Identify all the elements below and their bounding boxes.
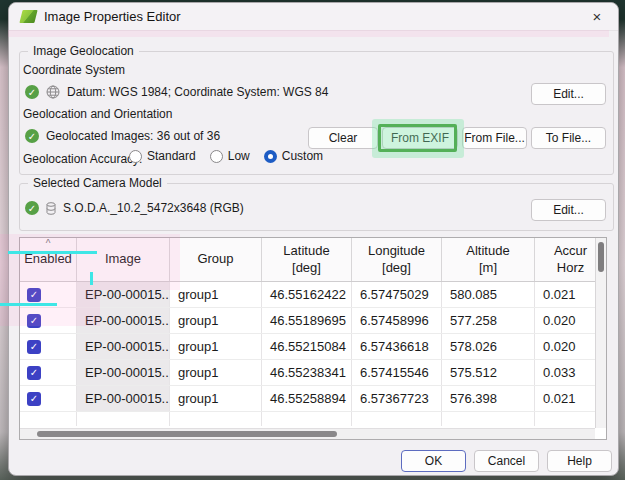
column-header-enabled[interactable]: ^ Enabled — [20, 238, 77, 281]
ok-button[interactable]: OK — [401, 450, 466, 472]
coordinate-system-status-row: Datum: WGS 1984; Coordinate System: WGS … — [25, 85, 328, 99]
cell-altitude[interactable]: 577.258 — [442, 308, 535, 333]
sort-indicator-icon: ^ — [46, 239, 51, 249]
radio-low-circle-icon[interactable] — [210, 150, 223, 163]
enabled-checkbox-checked-icon[interactable] — [27, 392, 41, 406]
status-ok-icon — [25, 129, 39, 143]
window-title: Image Properties Editor — [44, 9, 181, 24]
vertical-scrollbar[interactable] — [595, 238, 606, 428]
enabled-checkbox-checked-icon[interactable] — [27, 366, 41, 380]
cell-group[interactable]: group1 — [170, 386, 262, 411]
cell-group[interactable]: group1 — [170, 334, 262, 359]
cell-longitude[interactable]: 6.57436618 — [352, 334, 442, 359]
cell-altitude[interactable]: 576.398 — [442, 386, 535, 411]
image-properties-editor-dialog: Image Properties Editor × Image Geolocat… — [8, 2, 619, 476]
cell-image[interactable]: EP-00-00015... — [77, 308, 170, 333]
close-icon[interactable]: × — [584, 6, 610, 28]
cell-latitude[interactable]: 46.55189695 — [262, 308, 352, 333]
cell-image[interactable]: EP-00-00015... — [77, 334, 170, 359]
cell-longitude[interactable]: 6.57415546 — [352, 360, 442, 385]
horizontal-scrollbar[interactable] — [20, 428, 595, 439]
cell-longitude[interactable]: 6.57475029 — [352, 282, 442, 307]
cell-image[interactable]: EP-00-00015... — [77, 386, 170, 411]
radio-standard-circle-icon[interactable] — [129, 150, 142, 163]
table-row[interactable]: EP-00-00015... group1 46.55238341 6.5741… — [20, 360, 606, 386]
cell-altitude[interactable]: 580.085 — [442, 282, 535, 307]
status-ok-icon — [25, 85, 39, 99]
coordinate-system-edit-button[interactable]: Edit... — [531, 83, 606, 105]
cell-image[interactable]: EP-00-00015... — [77, 282, 170, 307]
from-exif-button[interactable]: From EXIF — [382, 127, 458, 149]
cell-group[interactable]: group1 — [170, 282, 262, 307]
image-geolocation-group-title: Image Geolocation — [28, 44, 139, 58]
radio-custom-label: Custom — [282, 149, 323, 163]
enabled-checkbox-checked-icon[interactable] — [27, 314, 41, 328]
table-header: ^ Enabled Image Group Latitude [deg] Lon… — [20, 238, 606, 282]
cell-latitude[interactable]: 46.55215084 — [262, 334, 352, 359]
radio-low[interactable]: Low — [210, 149, 250, 163]
cell-latitude[interactable]: 46.55162422 — [262, 282, 352, 307]
table-row[interactable]: EP-00-00015... group1 46.55162422 6.5747… — [20, 282, 606, 308]
clear-button[interactable]: Clear — [308, 127, 378, 149]
app-logo-icon — [19, 10, 37, 23]
cell-image[interactable]: EP-00-00015... — [77, 360, 170, 385]
camera-database-icon — [46, 202, 56, 215]
table-row[interactable]: EP-00-00015... group1 46.55189695 6.5745… — [20, 308, 606, 334]
title-bar: Image Properties Editor × — [9, 3, 618, 31]
column-header-image[interactable]: Image — [77, 238, 170, 281]
camera-model-status-row: S.O.D.A._10.2_5472x3648 (RGB) — [25, 201, 244, 215]
cancel-button[interactable]: Cancel — [474, 450, 539, 472]
cell-latitude[interactable]: 46.55258894 — [262, 386, 352, 411]
to-file-button[interactable]: To File... — [531, 127, 606, 149]
column-header-group[interactable]: Group — [170, 238, 262, 281]
enabled-checkbox-checked-icon[interactable] — [27, 288, 41, 302]
cell-latitude[interactable]: 46.55238341 — [262, 360, 352, 385]
cell-altitude[interactable]: 575.512 — [442, 360, 535, 385]
table-row[interactable]: EP-00-00015... group1 46.55215084 6.5743… — [20, 334, 606, 360]
status-ok-icon — [25, 201, 39, 215]
enabled-checkbox-checked-icon[interactable] — [27, 340, 41, 354]
images-table: ^ Enabled Image Group Latitude [deg] Lon… — [19, 237, 607, 440]
radio-standard[interactable]: Standard — [129, 149, 196, 163]
table-row-partial — [20, 412, 606, 426]
camera-model-text: S.O.D.A._10.2_5472x3648 (RGB) — [63, 201, 244, 215]
horizontal-scrollbar-thumb[interactable] — [37, 431, 337, 437]
geolocated-images-text: Geolocated Images: 36 out of 36 — [46, 129, 220, 143]
radio-low-label: Low — [228, 149, 250, 163]
cell-group[interactable]: group1 — [170, 308, 262, 333]
from-file-button[interactable]: From File... — [462, 127, 527, 149]
coordinate-system-label: Coordinate System — [23, 63, 125, 77]
column-header-longitude[interactable]: Longitude [deg] — [352, 238, 442, 281]
radio-custom[interactable]: Custom — [264, 149, 323, 163]
column-header-latitude[interactable]: Latitude [deg] — [262, 238, 352, 281]
camera-model-edit-button[interactable]: Edit... — [531, 199, 606, 221]
geolocation-orientation-label: Geolocation and Orientation — [23, 107, 172, 121]
datum-text: Datum: WGS 1984; Coordinate System: WGS … — [67, 85, 328, 99]
cell-longitude[interactable]: 6.57367723 — [352, 386, 442, 411]
globe-icon — [46, 85, 60, 99]
selected-camera-model-group-title: Selected Camera Model — [28, 176, 167, 190]
accuracy-radio-group: Standard Low Custom — [129, 149, 331, 163]
column-header-altitude[interactable]: Altitude [m] — [442, 238, 535, 281]
cell-group[interactable]: group1 — [170, 360, 262, 385]
geolocation-accuracy-label: Geolocation Accuracy: — [23, 152, 142, 166]
radio-custom-circle-icon[interactable] — [264, 150, 277, 163]
cell-longitude[interactable]: 6.57458996 — [352, 308, 442, 333]
geolocated-images-status-row: Geolocated Images: 36 out of 36 — [25, 129, 220, 143]
help-button[interactable]: Help — [547, 450, 612, 472]
radio-standard-label: Standard — [147, 149, 196, 163]
table-row[interactable]: EP-00-00015... group1 46.55258894 6.5736… — [20, 386, 606, 412]
cell-altitude[interactable]: 578.026 — [442, 334, 535, 359]
vertical-scrollbar-thumb[interactable] — [598, 242, 604, 272]
